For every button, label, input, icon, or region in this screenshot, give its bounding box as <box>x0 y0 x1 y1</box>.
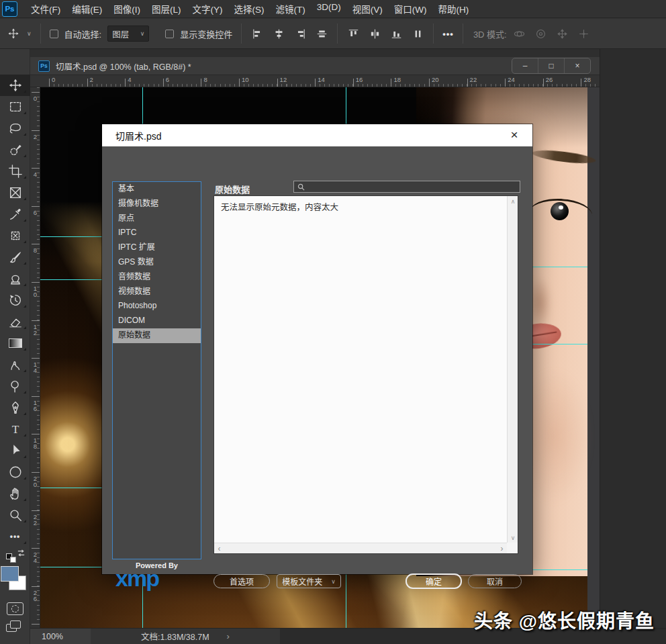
metadata-category-9[interactable]: DICOM <box>113 314 201 328</box>
path-selection-tool-button[interactable] <box>0 440 30 461</box>
ruler-tick <box>429 79 430 87</box>
3d-slide-icon[interactable] <box>577 27 591 40</box>
frame-tool-button[interactable] <box>0 182 30 203</box>
metadata-category-5[interactable]: GPS 数据 <box>113 255 201 270</box>
ruler-number: 14 <box>318 76 325 83</box>
align-left-edges-icon[interactable] <box>250 27 264 40</box>
pen-tool-button[interactable] <box>0 397 30 418</box>
3d-pan-icon[interactable] <box>556 27 569 40</box>
metadata-category-7[interactable]: 视频数据 <box>113 285 201 300</box>
metadata-category-2[interactable]: 原点 <box>113 212 201 226</box>
smudge-tool-button[interactable] <box>0 354 30 375</box>
eraser-tool-button[interactable] <box>0 311 30 332</box>
horizontal-ruler[interactable]: 0246810121416182022242628 <box>30 75 600 87</box>
eyedropper-tool-button[interactable] <box>0 203 30 225</box>
divider <box>463 24 463 44</box>
maximize-button[interactable]: □ <box>538 58 565 73</box>
menu-item-help[interactable]: 帮助(H) <box>438 2 469 15</box>
ok-button[interactable]: 确定 <box>406 573 462 589</box>
menu-item-3d[interactable]: 3D(D) <box>317 2 341 15</box>
spot-healing-brush-tool-button[interactable] <box>0 225 30 246</box>
auto-select-checkbox[interactable] <box>50 30 58 38</box>
metadata-category-4[interactable]: IPTC 扩展 <box>113 240 201 255</box>
scroll-up-icon[interactable]: ∧ <box>508 196 518 206</box>
horizontal-scrollbar[interactable]: ‹ › <box>214 543 507 553</box>
vertical-scrollbar[interactable]: ∧ ∨ <box>507 196 518 543</box>
clone-stamp-tool-button[interactable] <box>0 268 30 289</box>
close-window-button[interactable]: × <box>565 58 590 73</box>
menu-item-filter[interactable]: 滤镜(T) <box>276 2 305 15</box>
quick-selection-tool-button[interactable] <box>0 139 30 160</box>
metadata-category-10[interactable]: 原始数据 <box>113 328 201 343</box>
metadata-category-3[interactable]: IPTC <box>113 226 201 240</box>
menu-item-window[interactable]: 窗口(W) <box>394 2 427 15</box>
crop-tool-button[interactable] <box>0 160 30 182</box>
ruler-number: 10 <box>32 285 38 297</box>
align-horizontal-centers-icon[interactable] <box>272 27 285 40</box>
zoom-level-field[interactable]: 100% <box>30 629 91 644</box>
metadata-search-box[interactable] <box>293 181 520 193</box>
document-tab-title[interactable]: 切眉术.psd @ 100% (tab, RGB/8#) * <box>56 60 191 73</box>
more-align-options-button[interactable]: ••• <box>442 29 454 39</box>
zoom-tool-button[interactable] <box>0 504 30 526</box>
metadata-category-8[interactable]: Photoshop <box>113 299 201 314</box>
menu-item-edit[interactable]: 编辑(E) <box>72 2 102 15</box>
ellipse-shape-tool-button[interactable] <box>0 461 30 483</box>
ruler-tick <box>32 548 40 549</box>
current-tool-chip[interactable]: ∨ <box>7 27 32 40</box>
template-folder-dropdown[interactable]: 模板文件夹 ∨ <box>277 574 341 588</box>
gradient-tool-button[interactable] <box>0 332 30 354</box>
guide-line[interactable] <box>532 267 587 267</box>
type-tool-button[interactable]: T <box>0 418 30 440</box>
history-brush-tool-button[interactable] <box>0 289 30 311</box>
metadata-category-0[interactable]: 基本 <box>113 182 201 197</box>
menu-item-file[interactable]: 文件(F) <box>31 2 60 15</box>
align-top-edges-icon[interactable] <box>346 27 360 40</box>
distribute-horizontal-centers-icon[interactable] <box>368 27 381 40</box>
edit-toolbar-tool-button[interactable]: ••• <box>0 526 30 547</box>
auto-select-target-dropdown[interactable]: 图层 ∨ <box>107 26 149 42</box>
document-size-text: 文档:1.83M/38.7M <box>141 630 209 643</box>
screen-mode-button[interactable] <box>0 618 30 639</box>
cancel-button[interactable]: 取消 <box>468 574 522 588</box>
dialog-title-bar[interactable]: 切眉术.psd × <box>102 124 532 146</box>
menu-item-image[interactable]: 图像(I) <box>113 2 140 15</box>
vertical-ruler[interactable]: 0246810121416182022242628 <box>30 87 40 628</box>
minimize-button[interactable]: – <box>512 58 538 73</box>
status-expander-icon[interactable]: › <box>227 631 230 641</box>
menu-item-view[interactable]: 视图(V) <box>352 2 383 15</box>
hand-tool-button[interactable] <box>0 483 30 504</box>
align-right-edges-icon[interactable] <box>293 27 307 40</box>
3d-roll-icon[interactable] <box>534 27 548 40</box>
metadata-category-1[interactable]: 摄像机数据 <box>113 197 201 212</box>
brush-tool-button[interactable] <box>0 246 30 268</box>
lasso-tool-button[interactable] <box>0 118 30 139</box>
scroll-left-icon[interactable]: ‹ <box>214 543 224 554</box>
3d-orbit-icon[interactable] <box>513 27 526 40</box>
swap-colors-button[interactable] <box>0 547 30 565</box>
align-vertical-centers-icon[interactable] <box>315 27 328 40</box>
scroll-down-icon[interactable]: ∨ <box>508 533 518 543</box>
menu-item-select[interactable]: 选择(S) <box>234 2 265 15</box>
dialog-close-button[interactable]: × <box>506 127 522 143</box>
menu-item-type[interactable]: 文字(Y) <box>193 2 223 15</box>
color-swatches[interactable] <box>0 565 30 598</box>
search-input[interactable] <box>305 182 520 191</box>
menu-item-layer[interactable]: 图层(L) <box>152 2 181 15</box>
guide-line[interactable] <box>532 344 587 344</box>
rectangular-marquee-tool-button[interactable] <box>0 96 30 118</box>
show-transform-checkbox[interactable] <box>165 30 174 38</box>
align-bottom-edges-icon[interactable] <box>389 27 403 40</box>
search-icon <box>297 183 305 191</box>
move-tool-button[interactable] <box>0 75 30 96</box>
scroll-right-icon[interactable]: › <box>497 543 507 554</box>
dodge-tool-button[interactable] <box>0 375 30 397</box>
guide-line[interactable] <box>532 569 587 570</box>
distribute-vertical-centers-icon[interactable] <box>411 27 424 40</box>
quick-mask-button[interactable] <box>0 598 30 618</box>
foreground-color-swatch[interactable] <box>1 566 19 582</box>
metadata-category-6[interactable]: 音频数据 <box>113 270 201 285</box>
preferences-button[interactable]: 首选项 <box>213 574 270 588</box>
raw-data-content[interactable]: 无法显示原始元数据，内容太大 ∧ ∨ ‹ › <box>213 195 518 554</box>
ruler-tick <box>315 79 316 87</box>
